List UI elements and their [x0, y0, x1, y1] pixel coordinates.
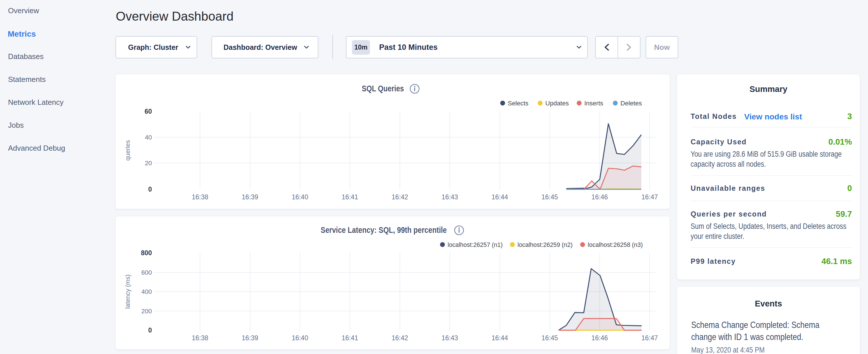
- svg-text:16:47: 16:47: [641, 334, 658, 342]
- svg-text:localhost:26258 (n3): localhost:26258 (n3): [588, 241, 643, 248]
- svg-text:40: 40: [145, 134, 152, 141]
- svg-text:16:41: 16:41: [342, 334, 358, 342]
- svg-text:16:43: 16:43: [442, 193, 458, 201]
- svg-text:16:38: 16:38: [192, 193, 208, 201]
- svg-text:16:46: 16:46: [591, 193, 608, 201]
- svg-text:16:42: 16:42: [392, 193, 408, 201]
- svg-text:400: 400: [141, 288, 152, 295]
- svg-text:Updates: Updates: [545, 100, 569, 107]
- svg-text:latency (ms): latency (ms): [124, 275, 131, 309]
- svg-text:16:46: 16:46: [591, 334, 608, 342]
- svg-text:16:39: 16:39: [242, 193, 258, 201]
- svg-text:16:39: 16:39: [242, 334, 258, 342]
- svg-text:localhost:26257 (n1): localhost:26257 (n1): [447, 241, 503, 248]
- svg-text:600: 600: [141, 269, 152, 276]
- svg-text:16:45: 16:45: [541, 334, 558, 342]
- svg-text:16:44: 16:44: [492, 193, 508, 201]
- svg-text:16:40: 16:40: [292, 193, 308, 201]
- svg-text:16:44: 16:44: [492, 334, 508, 342]
- svg-text:Inserts: Inserts: [584, 100, 603, 107]
- svg-text:0: 0: [148, 326, 152, 334]
- svg-text:16:43: 16:43: [442, 334, 458, 342]
- svg-text:0: 0: [148, 186, 152, 193]
- svg-text:Selects: Selects: [508, 100, 528, 107]
- svg-text:queries: queries: [124, 140, 131, 161]
- svg-text:localhost:26259 (n2): localhost:26259 (n2): [518, 241, 572, 248]
- svg-text:200: 200: [141, 308, 152, 315]
- svg-text:20: 20: [145, 160, 152, 167]
- svg-text:16:45: 16:45: [541, 193, 558, 201]
- svg-text:16:42: 16:42: [392, 334, 408, 342]
- svg-text:16:40: 16:40: [292, 334, 308, 342]
- svg-text:800: 800: [141, 249, 152, 257]
- svg-text:16:41: 16:41: [342, 193, 358, 201]
- svg-text:16:38: 16:38: [192, 334, 208, 342]
- svg-text:SQL Queries: SQL Queries: [362, 84, 404, 93]
- svg-text:60: 60: [145, 108, 152, 115]
- svg-text:Deletes: Deletes: [620, 100, 642, 107]
- svg-text:Service Latency: SQL, 99th per: Service Latency: SQL, 99th percentile: [321, 225, 447, 234]
- svg-text:16:47: 16:47: [641, 193, 658, 201]
